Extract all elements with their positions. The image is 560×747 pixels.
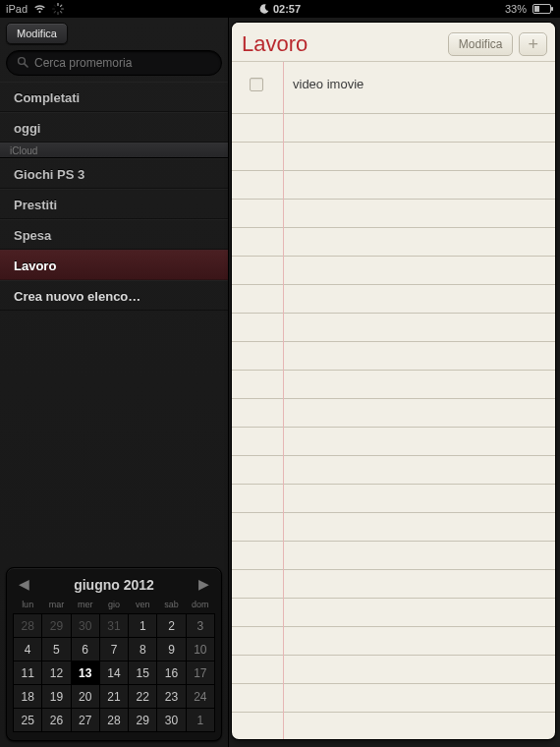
detail-edit-button[interactable]: Modifica — [448, 32, 514, 56]
sidebar-item-completed[interactable]: Completati — [0, 82, 228, 112]
calendar-day[interactable]: 29 — [129, 709, 157, 732]
sidebar-smart-lists: Completati oggi — [0, 82, 228, 143]
calendar-day[interactable]: 12 — [42, 661, 71, 685]
search-input[interactable] — [34, 56, 211, 70]
sidebar-item-prestiti[interactable]: Prestiti — [0, 189, 228, 219]
mini-calendar: ◀ giugno 2012 ▶ lunmarmergiovensabdom 28… — [6, 567, 222, 741]
search-icon — [17, 54, 28, 72]
calendar-weekday-row: lunmarmergiovensabdom — [14, 598, 215, 614]
sidebar-item-today[interactable]: oggi — [0, 112, 228, 143]
calendar-day[interactable]: 28 — [99, 709, 128, 732]
calendar-day[interactable]: 28 — [14, 614, 42, 638]
reminder-checkbox[interactable] — [250, 78, 263, 91]
calendar-day[interactable]: 11 — [14, 661, 42, 685]
do-not-disturb-icon — [259, 4, 269, 14]
calendar-day[interactable]: 20 — [71, 685, 99, 709]
calendar-day[interactable]: 30 — [157, 709, 186, 732]
calendar-day[interactable]: 3 — [186, 614, 214, 638]
calendar-day[interactable]: 31 — [99, 614, 128, 638]
calendar-day[interactable]: 29 — [42, 614, 71, 638]
calendar-day[interactable]: 6 — [71, 638, 99, 661]
calendar-day[interactable]: 14 — [99, 661, 128, 685]
calendar-day[interactable]: 27 — [71, 709, 99, 732]
clock-label: 02:57 — [273, 3, 301, 15]
calendar-weekday-label: mar — [42, 598, 71, 614]
svg-line-12 — [25, 64, 28, 67]
calendar-weekday-label: sab — [157, 598, 186, 614]
sidebar-item-lavoro[interactable]: Lavoro — [0, 250, 228, 280]
sidebar-section-icloud: iCloud — [0, 143, 228, 158]
calendar-day[interactable]: 1 — [186, 709, 214, 732]
detail-add-button[interactable]: + — [519, 32, 547, 56]
status-bar: iPad 02:57 33% — [0, 0, 560, 18]
calendar-day[interactable]: 19 — [42, 685, 71, 709]
calendar-day[interactable]: 16 — [157, 661, 186, 685]
calendar-day[interactable]: 30 — [71, 614, 99, 638]
calendar-day[interactable]: 26 — [42, 709, 71, 732]
calendar-body: 2829303112345678910111213141516171819202… — [14, 614, 215, 732]
sidebar-item-new-list[interactable]: Crea nuovo elenco… — [0, 280, 228, 311]
calendar-day[interactable]: 17 — [186, 661, 214, 685]
reminder-list-paper[interactable]: Lavoro Modifica + video imovie — [232, 23, 555, 739]
sidebar-item-giochi-ps3[interactable]: Giochi PS 3 — [0, 158, 228, 189]
sidebar-spacer — [0, 311, 228, 561]
calendar-weekday-label: gio — [99, 598, 128, 614]
status-center: 02:57 — [0, 3, 560, 15]
calendar-day[interactable]: 8 — [129, 638, 157, 661]
calendar-day[interactable]: 2 — [157, 614, 186, 638]
calendar-header: ◀ giugno 2012 ▶ — [13, 574, 215, 596]
calendar-day[interactable]: 23 — [157, 685, 186, 709]
calendar-title: giugno 2012 — [74, 577, 154, 593]
reminders-app: Modifica Completati oggi iCloud Giochi P… — [0, 18, 560, 747]
calendar-day[interactable]: 7 — [99, 638, 128, 661]
calendar-day[interactable]: 25 — [14, 709, 42, 732]
calendar-next-button[interactable]: ▶ — [193, 576, 215, 592]
reminder-row[interactable]: video imovie — [232, 70, 555, 98]
detail-header: Lavoro Modifica + — [232, 23, 555, 62]
calendar-weekday-label: dom — [186, 598, 214, 614]
reminder-text: video imovie — [293, 77, 364, 91]
detail-pane: Lavoro Modifica + video imovie — [229, 18, 560, 747]
calendar-day[interactable]: 1 — [129, 614, 157, 638]
search-field[interactable] — [6, 50, 222, 76]
calendar-weekday-label: ven — [129, 598, 157, 614]
calendar-day[interactable]: 4 — [14, 638, 42, 661]
detail-title: Lavoro — [242, 31, 442, 57]
search-wrap — [0, 50, 228, 82]
calendar-day[interactable]: 24 — [186, 685, 214, 709]
calendar-day-today[interactable]: 13 — [71, 661, 99, 685]
calendar-day[interactable]: 21 — [99, 685, 128, 709]
calendar-weekday-label: mer — [71, 598, 99, 614]
calendar-day[interactable]: 22 — [129, 685, 157, 709]
calendar-day[interactable]: 5 — [42, 638, 71, 661]
sidebar-toolbar: Modifica — [0, 18, 228, 50]
sidebar-edit-button[interactable]: Modifica — [6, 23, 68, 44]
sidebar-item-spesa[interactable]: Spesa — [0, 219, 228, 250]
sidebar: Modifica Completati oggi iCloud Giochi P… — [0, 18, 229, 747]
calendar-day[interactable]: 9 — [157, 638, 186, 661]
sidebar-user-lists: Giochi PS 3 Prestiti Spesa Lavoro Crea n… — [0, 158, 228, 311]
calendar-day[interactable]: 18 — [14, 685, 42, 709]
calendar-weekday-label: lun — [14, 598, 42, 614]
calendar-grid: lunmarmergiovensabdom 282930311234567891… — [13, 598, 215, 732]
calendar-prev-button[interactable]: ◀ — [13, 576, 35, 592]
calendar-day[interactable]: 10 — [186, 638, 214, 661]
calendar-day[interactable]: 15 — [129, 661, 157, 685]
